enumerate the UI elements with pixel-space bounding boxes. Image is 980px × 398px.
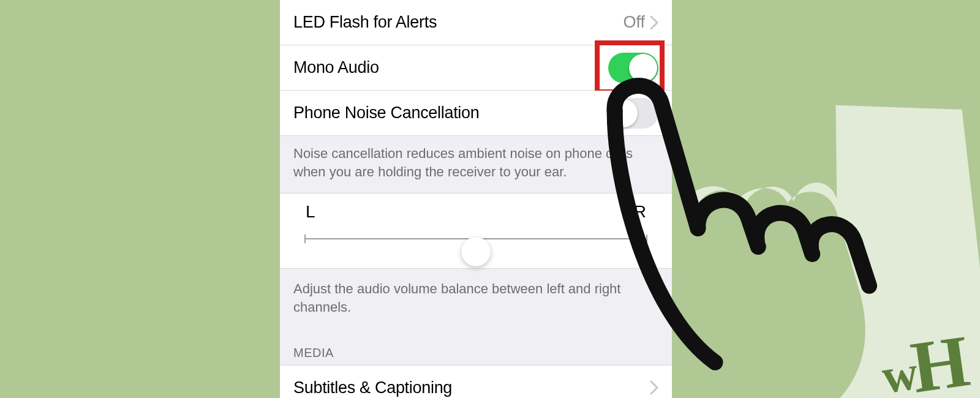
chevron-right-icon xyxy=(650,15,658,30)
row-mono-audio: Mono Audio xyxy=(280,45,672,91)
balance-left-label: L xyxy=(306,202,315,222)
slider-thumb[interactable] xyxy=(461,237,491,266)
led-flash-label: LED Flash for Alerts xyxy=(293,13,623,32)
row-subtitles[interactable]: Subtitles & Captioning xyxy=(280,365,672,398)
mono-audio-toggle[interactable] xyxy=(608,53,658,83)
chevron-right-icon xyxy=(650,380,658,395)
balance-slider-row: L R xyxy=(280,193,672,269)
subtitles-label: Subtitles & Captioning xyxy=(293,378,650,397)
section-header-media: MEDIA xyxy=(280,329,672,365)
balance-footer: Adjust the audio volume balance between … xyxy=(280,269,672,328)
balance-slider[interactable] xyxy=(304,225,647,252)
wikihow-logo: wH xyxy=(876,319,970,398)
mono-audio-label: Mono Audio xyxy=(293,58,608,77)
row-noise-cancellation: Phone Noise Cancellation xyxy=(280,91,672,136)
balance-right-label: R xyxy=(634,202,646,222)
noise-cancel-toggle[interactable] xyxy=(608,98,658,129)
settings-panel: LED Flash for Alerts Off Mono Audio Phon… xyxy=(280,0,672,398)
noise-cancel-label: Phone Noise Cancellation xyxy=(293,103,608,122)
toggle-knob xyxy=(609,99,638,127)
toggle-knob xyxy=(629,54,657,82)
noise-cancel-footer: Noise cancellation reduces ambient noise… xyxy=(280,136,672,193)
led-flash-value: Off xyxy=(623,13,645,32)
row-led-flash[interactable]: LED Flash for Alerts Off xyxy=(280,0,672,45)
